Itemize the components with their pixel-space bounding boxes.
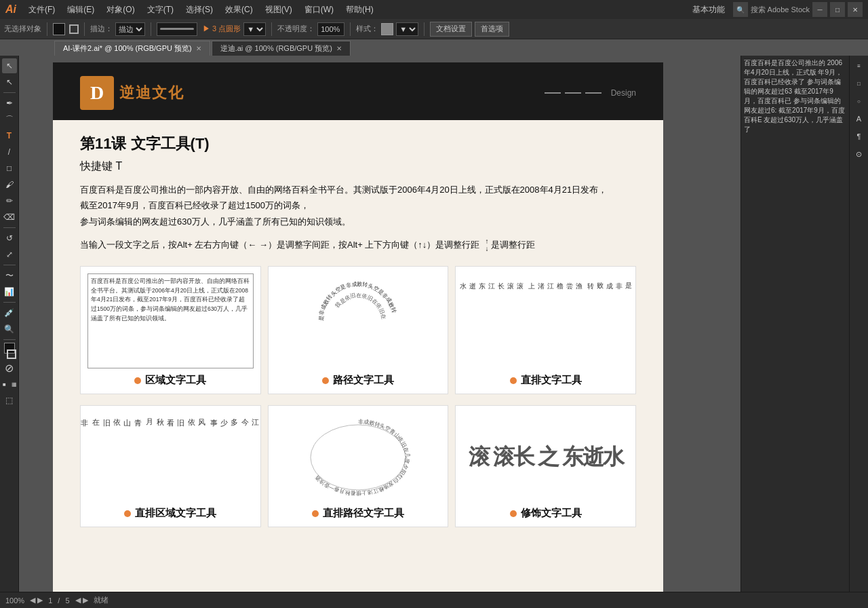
preferences-btn[interactable]: 首选项 [475, 22, 509, 37]
menu-file[interactable]: 文件(F) [23, 3, 60, 17]
doc-settings-btn[interactable]: 文档设置 [430, 22, 472, 37]
panel-glyph-btn[interactable]: ⊙ [852, 147, 867, 162]
zone-v-col4: 江今多少事 [208, 413, 260, 501]
path-label: 路径文字工具 [322, 374, 394, 387]
search-btn[interactable]: 🔍 [733, 2, 748, 17]
nav-label: Design [611, 88, 636, 98]
menu-select[interactable]: 选择(S) [180, 3, 218, 17]
rotate-tool[interactable]: ↺ [2, 231, 17, 246]
paintbrush-tool[interactable]: 🖌 [2, 177, 17, 192]
arrow-icon: ↑↓ [485, 238, 488, 252]
main-layout: ↖ ↖ ✒ ⌒ T / □ 🖌 ✏ ⌫ ↺ ⤢ 〜 📊 💉 🔍 ⊘ ■ ▦ ⬚ [0, 56, 868, 592]
eraser-tool[interactable]: ⌫ [2, 210, 17, 225]
stroke-color[interactable] [7, 349, 16, 359]
scale-tool[interactable]: ⤢ [2, 247, 17, 262]
curvature-tool[interactable]: ⌒ [2, 112, 17, 127]
menu-view[interactable]: 视图(V) [260, 3, 298, 17]
doc-body: 第11课 文字工具(T) 快捷键 T 百度百科是百度公司推出的一部内容开放、自由… [53, 120, 663, 592]
zone-text-content: 百度百科是百度公司推出的一部内容开放、自由的网络百科全书平台。其测试版于2006… [87, 273, 254, 368]
app-logo: Ai [5, 3, 16, 16]
menu-object[interactable]: 对象(O) [101, 3, 140, 17]
status-bar: 100% ◀ ▶ 1 / 5 ◀ ▶ 就绪 [0, 592, 868, 608]
logo-icon-text: D [90, 82, 104, 104]
close-btn[interactable]: ✕ [848, 2, 863, 17]
none-btn[interactable]: ⊘ [2, 360, 17, 375]
align-tool[interactable]: ≡ [852, 58, 867, 73]
ellipse-path-svg: 非成败转头空青山依旧在几度夕阳红白发渔樵江渚上惯看秋月春一壶浊酒 [304, 417, 412, 498]
zone-dot [134, 377, 141, 384]
zone-v-demo: 非成败转头空 青山依旧在 风依旧看秋月 江今多少事 白雄发逝水 直排区域文字工具 [80, 405, 261, 527]
menu-edit[interactable]: 编辑(E) [62, 3, 100, 17]
points-dropdown[interactable]: ▼ [243, 22, 266, 36]
color-swatches [3, 343, 16, 359]
zone-label: 区域文字工具 [134, 374, 206, 387]
fill-swatch[interactable] [53, 23, 65, 35]
style-swatch[interactable] [381, 23, 393, 35]
panel-type-btn[interactable]: A [852, 111, 867, 126]
path-v-content: 非成败转头空青山依旧在几度夕阳红白发渔樵江渚上惯看秋月春一壶浊酒 [275, 413, 441, 501]
type-tool[interactable]: T [2, 128, 17, 143]
pen-tool[interactable]: ✒ [2, 96, 17, 111]
logo-icon: D [80, 76, 114, 110]
select-tool[interactable]: ↖ [2, 58, 17, 73]
zoom-tool[interactable]: 🔍 [2, 322, 17, 337]
artboard-tool[interactable]: ⬚ [2, 393, 17, 408]
rect-tool[interactable]: □ [2, 161, 17, 176]
zone-v-dot [124, 510, 131, 517]
style-dropdown[interactable]: ▼ [396, 22, 418, 36]
zone-v-col1: 非成败转头空 [80, 413, 90, 501]
page-total: 5 [65, 596, 69, 605]
zone-v-col2: 青山依旧在 [91, 413, 143, 501]
decor-demo: 滚 滚长 之 东逝水 修饰文字工具 [455, 405, 636, 527]
tip-text: 当输入一段文字之后，按Alt+ 左右方向键（← →）是调整字间距，按Alt+ 上… [80, 238, 636, 252]
decor-content: 滚 滚长 之 东逝水 [469, 413, 623, 501]
tab-2-close[interactable]: ✕ [336, 45, 342, 52]
pencil-tool[interactable]: ✏ [2, 193, 17, 208]
path-v-demo: 非成败转头空青山依旧在几度夕阳红白发渔樵江渚上惯看秋月春一壶浊酒 直排路径文字工… [268, 405, 449, 527]
opacity-input[interactable] [317, 22, 344, 36]
path-v-dot [312, 510, 319, 517]
warp-tool[interactable]: 〜 [2, 268, 17, 283]
color-mode[interactable]: ■ [1, 377, 9, 392]
zone-v-label: 直排区域文字工具 [124, 507, 216, 520]
page-num: 1 [48, 596, 52, 605]
panel-btn-2[interactable]: ○ [852, 94, 867, 109]
menu-text[interactable]: 文字(T) [142, 3, 179, 17]
status-arrows-2: ◀ ▶ [75, 596, 88, 605]
path-text-demo: 是非成败转头空是非成败转头空是非成败转 我是依旧在依旧在依旧在 路径文字工具 [268, 266, 449, 394]
menu-effect[interactable]: 效果(C) [220, 3, 258, 17]
decor-text-main: 滚 滚长 之 东逝水 [469, 442, 623, 472]
toolbar-sep-5 [350, 22, 351, 36]
minimize-btn[interactable]: ─ [812, 2, 827, 17]
direct-select-tool[interactable]: ↖ [2, 75, 17, 90]
toolbar-sep-1 [47, 22, 47, 36]
document-canvas: D 逆迪文化 Design 第11课 文字工具(T) 快捷键 T 百度百科是百度… [53, 62, 663, 592]
toolbar-sep-2 [84, 22, 85, 36]
tab-2-label: 逆迪.ai @ 100% (RGB/GPU 预览) [220, 43, 332, 54]
panel-para-btn[interactable]: ¶ [852, 129, 867, 144]
menu-window[interactable]: 窗口(W) [299, 3, 339, 17]
stroke-label: 描边： [90, 24, 113, 34]
line-tool[interactable]: / [2, 145, 17, 159]
gradient-mode[interactable]: ▦ [10, 377, 18, 392]
toolbar: 无选择对象 描边： 描边 ▶ 3 点圆形 ▼ 不透明度： 样式： ▼ 文档设置 … [0, 19, 868, 39]
vertical-label: 直排文字工具 [510, 374, 582, 387]
shortcut-line: 快捷键 T [80, 159, 636, 174]
stroke-swatch[interactable] [69, 24, 79, 34]
color-mode-btns: ■ ▦ [1, 377, 18, 392]
menu-help[interactable]: 帮助(H) [340, 3, 379, 17]
vertical-text-content: 是旧非是成非败成转败头转空头 滚滚长江东逝水 渔尝橹江渚上 旧是非成败转 滚滚长… [455, 273, 636, 368]
path-text-content: 是非成败转头空是非成败转头空是非成败转 我是依旧在依旧在依旧在 [275, 273, 441, 368]
graph-tool[interactable]: 📊 [2, 284, 17, 299]
doc-header: D 逆迪文化 Design [53, 62, 663, 120]
tool-sep-3 [3, 265, 16, 265]
workspace-btn[interactable]: 基本功能 [687, 3, 730, 17]
tab-1-close[interactable]: ✕ [196, 45, 201, 52]
stroke-dropdown[interactable]: 描边 [115, 22, 145, 36]
tab-1[interactable]: AI-课件2.ai* @ 100% (RGB/GPU 预览) ✕ [54, 41, 210, 56]
tab-2[interactable]: 逆迪.ai @ 100% (RGB/GPU 预览) ✕ [212, 41, 351, 56]
right-panel-text: 百度百科是百度公司推出的 2006年4月20日上线，正式版 年9月，百度百科已经… [744, 58, 846, 134]
eyedropper-tool[interactable]: 💉 [2, 305, 17, 320]
maximize-btn[interactable]: □ [830, 2, 845, 17]
panel-btn-1[interactable]: □ [852, 76, 867, 91]
